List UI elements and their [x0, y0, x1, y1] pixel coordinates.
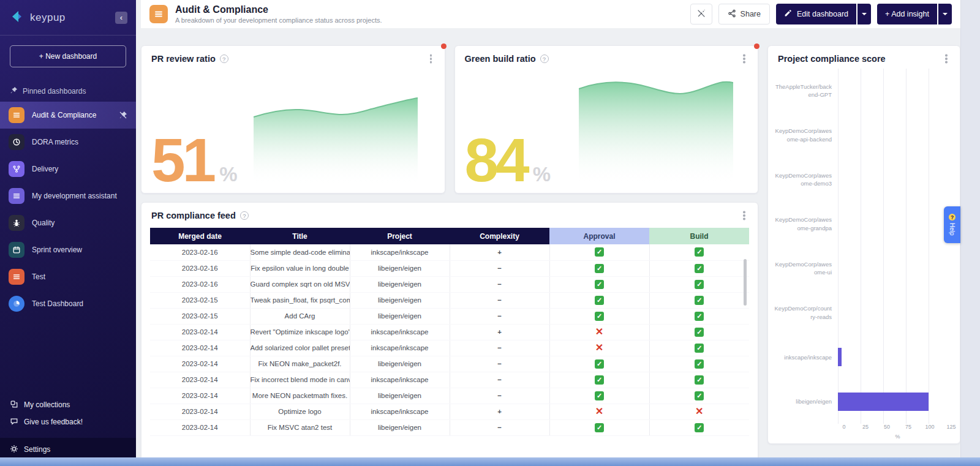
card-title: PR compliance feed — [151, 211, 236, 220]
bar-row: libeigen/eigen — [774, 380, 951, 424]
cell-approval — [549, 324, 649, 340]
card-title: Green build ratio — [465, 54, 536, 64]
magic-wand-toggle-button[interactable] — [690, 4, 712, 24]
cell-build — [649, 244, 749, 260]
pr-compliance-feed-card: PR compliance feed Merged date Title Pro… — [141, 202, 758, 466]
branch-icon — [9, 161, 24, 177]
add-insight-button[interactable]: + Add insight — [877, 4, 937, 24]
cell-build — [649, 419, 749, 435]
cell-complexity: − — [450, 340, 549, 356]
new-dashboard-button[interactable]: + New dashboard — [10, 45, 126, 67]
bar[interactable] — [838, 348, 842, 366]
help-circle-icon[interactable] — [540, 54, 549, 63]
green-build-ratio-card: Green build ratio 84% — [454, 45, 759, 194]
sidebar-item-my-development-assistant[interactable]: My development assistant — [0, 182, 136, 209]
table-scrollbar[interactable] — [744, 259, 747, 306]
column-header-merged-date: Merged date — [150, 228, 250, 244]
table-row[interactable]: 2023-02-15 Tweak pasin_float, fix psqrt_… — [150, 292, 749, 308]
bar-plot-area — [838, 202, 951, 247]
help-circle-icon[interactable] — [240, 211, 249, 220]
table-row[interactable]: 2023-02-16 Some simple dead-code elimina… — [150, 244, 749, 260]
cell-merged-date: 2023-02-16 — [150, 260, 250, 276]
table-row[interactable]: 2023-02-15 Add CArg libeigen/eigen − — [150, 308, 749, 324]
help-circle-icon[interactable] — [220, 54, 228, 63]
logo-row: keypup ‹ — [0, 0, 136, 36]
feedback-link[interactable]: Give us feedback! — [0, 413, 136, 430]
build-status-icon — [695, 344, 704, 353]
bar-plot-area — [838, 113, 951, 158]
table-row[interactable]: 2023-02-14 Revert "Optimize inkscape log… — [150, 324, 749, 340]
edit-dashboard-button-group: Edit dashboard — [776, 4, 871, 24]
sidebar-item-test[interactable]: Test — [0, 263, 136, 290]
cell-complexity: + — [450, 324, 549, 340]
cell-project: libeigen/eigen — [350, 419, 450, 435]
card-menu-button[interactable] — [941, 54, 951, 64]
chat-icon — [10, 417, 18, 427]
my-collections-link[interactable]: My collections — [0, 396, 136, 413]
table-row[interactable]: 2023-02-14 More NEON packetmath fixes. l… — [150, 388, 749, 404]
keypup-logo-icon — [11, 10, 24, 26]
page-titles: Audit & Compliance A breakdown of your d… — [175, 4, 382, 24]
build-status-icon — [695, 423, 704, 432]
approval-status-icon — [595, 406, 603, 416]
column-header-title: Title — [250, 228, 350, 244]
help-tab[interactable]: Help — [944, 206, 960, 243]
x-tick-label: 100 — [925, 424, 934, 430]
chevron-down-icon — [862, 13, 867, 15]
sidebar-item-test-dashboard[interactable]: Test Dashboard — [0, 290, 136, 317]
cell-build — [649, 260, 749, 276]
cell-complexity: − — [450, 292, 549, 308]
table-row[interactable]: 2023-02-16 Fix epsilon value in long dou… — [150, 260, 749, 276]
cell-approval — [549, 276, 649, 292]
bar-label: libeigen/eigen — [774, 397, 838, 405]
list-icon — [9, 188, 24, 204]
page-scrollbar-rail[interactable] — [960, 0, 980, 466]
build-status-icon — [695, 280, 704, 289]
edit-dashboard-button[interactable]: Edit dashboard — [776, 4, 856, 24]
table-row[interactable]: 2023-02-16 Guard complex sqrt on old MSV… — [150, 276, 749, 292]
cell-title: Revert "Optimize inkscape logo" — [250, 324, 350, 340]
cell-title: Fix MSVC atan2 test — [250, 419, 350, 435]
add-insight-dropdown-button[interactable] — [938, 4, 952, 24]
cell-complexity: − — [450, 308, 549, 324]
app-window: keypup ‹ + New dashboard Pinned dashboar… — [0, 0, 980, 466]
sidebar-item-audit-compliance[interactable]: Audit & Compliance — [0, 102, 136, 129]
logo-text: keypup — [30, 12, 66, 24]
sidebar-item-sprint-overview[interactable]: Sprint overview — [0, 236, 136, 263]
build-status-icon — [695, 359, 704, 369]
cell-build — [649, 404, 749, 419]
bar-plot-area — [838, 246, 951, 291]
bar[interactable] — [838, 393, 929, 411]
table-row[interactable]: 2023-02-14 Fix MSVC atan2 test libeigen/… — [150, 419, 749, 435]
cell-title: Fix epsilon value in long double — [250, 260, 350, 276]
build-status-icon — [695, 375, 704, 385]
table-row[interactable]: 2023-02-14 Fix NEON make_packet2f. libei… — [150, 356, 749, 372]
cell-project: libeigen/eigen — [350, 292, 450, 308]
table-row[interactable]: 2023-02-14 Optimize logo inkscape/inksca… — [150, 404, 749, 419]
column-header-build: Build — [649, 228, 749, 244]
card-menu-button[interactable] — [426, 54, 436, 64]
x-axis: 0255075100125 % — [844, 424, 951, 440]
table-row[interactable]: 2023-02-14 Add solarized color pallet pr… — [150, 340, 749, 356]
cell-build — [649, 340, 749, 356]
sidebar-item-dora-metrics[interactable]: DORA metrics — [0, 129, 136, 156]
unpin-icon[interactable] — [119, 111, 127, 119]
card-menu-button[interactable] — [739, 54, 749, 64]
sidebar-item-quality[interactable]: Quality — [0, 209, 136, 236]
bar-row: KeypDemoCorp/awesome-api-backend — [774, 113, 951, 158]
cell-merged-date: 2023-02-14 — [150, 404, 250, 419]
sidebar-item-delivery[interactable]: Delivery — [0, 156, 136, 182]
table-row[interactable]: 2023-02-14 Fix incorrect blend mode in c… — [150, 372, 749, 388]
area-sparkline — [579, 75, 733, 184]
cell-title: Tweak pasin_float, fix psqrt_com — [250, 292, 350, 308]
cell-approval — [549, 404, 649, 419]
edit-dashboard-dropdown-button[interactable] — [858, 4, 871, 24]
collapse-sidebar-button[interactable]: ‹ — [115, 12, 127, 24]
card-menu-button[interactable] — [739, 211, 749, 220]
bar-plot-area — [838, 291, 951, 336]
page-title: Audit & Compliance — [175, 4, 382, 15]
cell-merged-date: 2023-02-14 — [150, 388, 250, 404]
cell-title: Fix incorrect blend mode in canv — [250, 372, 350, 388]
share-button[interactable]: Share — [718, 4, 770, 24]
cell-build — [649, 292, 749, 308]
